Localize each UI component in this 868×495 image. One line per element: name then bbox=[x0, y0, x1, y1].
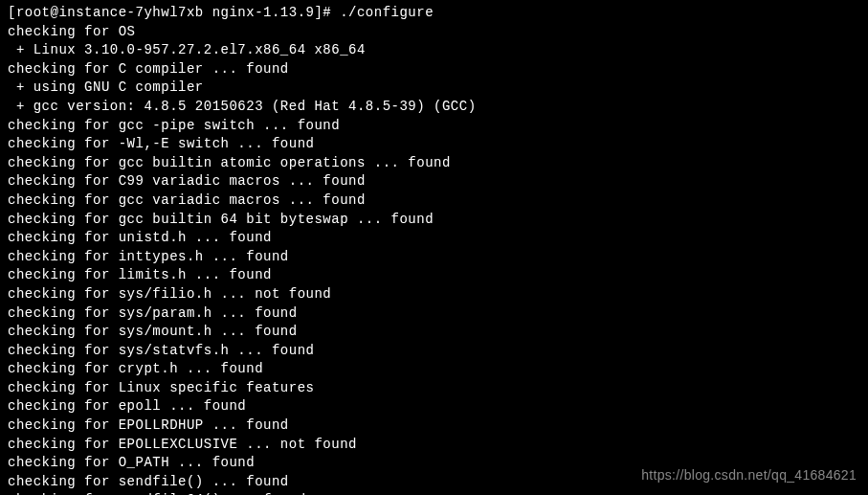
terminal-line: checking for gcc builtin atomic operatio… bbox=[8, 154, 860, 173]
terminal-line: checking for sys/statvfs.h ... found bbox=[8, 342, 860, 361]
watermark-text: https://blog.csdn.net/qq_41684621 bbox=[641, 466, 857, 485]
terminal-line: [root@instance-7yhwl7xb nginx-1.13.9]# .… bbox=[8, 4, 860, 23]
terminal-line: checking for gcc builtin 64 bit byteswap… bbox=[8, 211, 860, 230]
terminal-line: checking for limits.h ... found bbox=[8, 266, 860, 285]
terminal-line: checking for Linux specific features bbox=[8, 379, 860, 398]
terminal-line: checking for inttypes.h ... found bbox=[8, 248, 860, 267]
terminal-line: checking for sys/param.h ... found bbox=[8, 304, 860, 324]
terminal-line: + using GNU C compiler bbox=[8, 79, 860, 98]
terminal-line: checking for C compiler ... found bbox=[8, 60, 860, 79]
terminal-line: checking for gcc variadic macros ... fou… bbox=[8, 191, 860, 211]
terminal-line: checking for crypt.h ... found bbox=[8, 360, 860, 379]
terminal-line: + Linux 3.10.0-957.27.2.el7.x86_64 x86_6… bbox=[8, 41, 860, 60]
terminal-line: checking for sys/filio.h ... not found bbox=[8, 285, 860, 304]
terminal-line: checking for sys/mount.h ... found bbox=[8, 323, 860, 342]
terminal-line: checking for EPOLLEXCLUSIVE ... not foun… bbox=[8, 436, 860, 455]
terminal-line: checking for C99 variadic macros ... fou… bbox=[8, 172, 860, 191]
terminal-line: checking for gcc -pipe switch ... found bbox=[8, 117, 860, 136]
terminal-line: checking for EPOLLRDHUP ... found bbox=[8, 416, 860, 436]
terminal-line: checking for epoll ... found bbox=[8, 397, 860, 416]
terminal-line: checking for sendfile64() ... found bbox=[8, 491, 860, 495]
terminal-line: checking for -Wl,-E switch ... found bbox=[8, 135, 860, 154]
terminal-line: checking for OS bbox=[8, 23, 860, 42]
terminal-output: [root@instance-7yhwl7xb nginx-1.13.9]# .… bbox=[8, 4, 860, 495]
terminal-line: checking for unistd.h ... found bbox=[8, 229, 860, 248]
terminal-line: + gcc version: 4.8.5 20150623 (Red Hat 4… bbox=[8, 98, 860, 117]
